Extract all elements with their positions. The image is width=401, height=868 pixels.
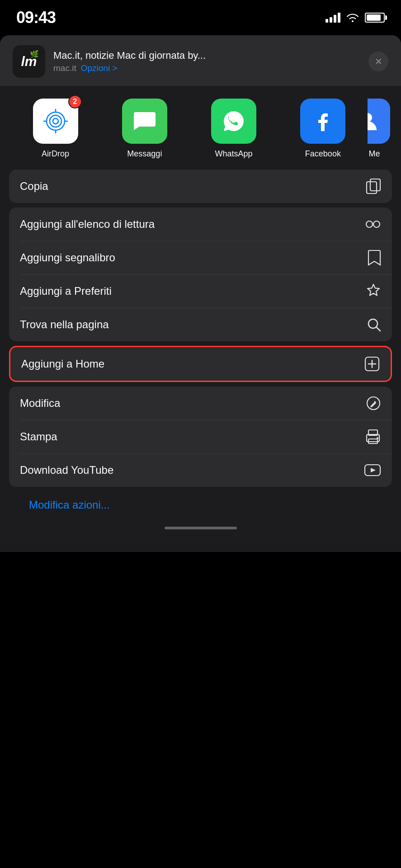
airdrop-badge: 2 xyxy=(68,95,82,108)
app-item-airdrop[interactable]: 2 AirDrop xyxy=(11,99,100,159)
copia-group: Copia xyxy=(9,170,392,203)
modifica-azioni-link[interactable]: Modifica azioni... xyxy=(29,499,110,511)
svg-point-10 xyxy=(366,221,373,227)
status-icons xyxy=(326,13,385,23)
svg-rect-9 xyxy=(370,179,380,191)
bookmark-icon xyxy=(368,250,381,266)
close-icon: ✕ xyxy=(375,57,382,66)
app-item-whatsapp[interactable]: WhatsApp xyxy=(189,99,278,159)
edit-icon xyxy=(366,396,381,411)
download-youtube-item[interactable]: Download YouTube xyxy=(9,453,392,487)
aggiungi-home-item[interactable]: Aggiungi a Home xyxy=(10,347,391,381)
aggiungi-lettura-item[interactable]: Aggiungi all'elenco di lettura xyxy=(9,208,392,241)
home-indicator xyxy=(0,519,401,534)
svg-point-21 xyxy=(377,437,378,439)
youtube-icon xyxy=(364,464,381,476)
stampa-label: Stampa xyxy=(20,430,57,443)
stampa-item[interactable]: Stampa xyxy=(9,420,392,453)
share-header: lm 🌿 Mac.it, notizie Mac di giornata by.… xyxy=(0,35,401,86)
messaggi-label: Messaggi xyxy=(127,149,162,159)
add-home-icon xyxy=(364,356,380,372)
svg-point-12 xyxy=(368,319,377,328)
aggiungi-segnalibro-label: Aggiungi segnalibro xyxy=(20,251,115,264)
share-title: Mac.it, notizie Mac di giornata by... xyxy=(53,50,360,61)
copia-item[interactable]: Copia xyxy=(9,170,392,203)
app-row: 2 AirDrop Messaggi xyxy=(0,86,401,170)
aggiungi-segnalibro-item[interactable]: Aggiungi segnalibro xyxy=(9,241,392,274)
share-sheet: lm 🌿 Mac.it, notizie Mac di giornata by.… xyxy=(0,35,401,552)
trova-pagina-item[interactable]: Trova nella pagina xyxy=(9,308,392,341)
aggiungi-preferiti-label: Aggiungi a Preferiti xyxy=(20,285,112,297)
aggiungi-home-label: Aggiungi a Home xyxy=(21,358,104,370)
me-label: Me xyxy=(368,149,380,159)
wifi-icon xyxy=(346,13,359,23)
options-link[interactable]: Opzioni > xyxy=(81,63,118,73)
status-time: 09:43 xyxy=(16,8,56,27)
svg-marker-23 xyxy=(371,468,376,472)
reading-list-icon xyxy=(365,218,381,231)
whatsapp-label: WhatsApp xyxy=(215,149,253,159)
menu-section: Copia Aggiungi all'elenco di lettura xyxy=(9,170,392,515)
svg-rect-8 xyxy=(367,182,377,193)
svg-point-11 xyxy=(373,221,380,227)
app-item-me[interactable]: Me xyxy=(368,99,390,159)
aggiungi-home-group: Aggiungi a Home xyxy=(9,346,392,382)
modifica-azioni-section: Modifica azioni... xyxy=(18,491,383,515)
trova-pagina-label: Trova nella pagina xyxy=(20,318,109,331)
aggiungi-lettura-label: Aggiungi all'elenco di lettura xyxy=(20,218,155,231)
modifica-item[interactable]: Modifica xyxy=(9,387,392,420)
share-info: Mac.it, notizie Mac di giornata by... ma… xyxy=(53,50,360,73)
share-url: mac.it xyxy=(53,63,76,73)
app-item-facebook[interactable]: Facebook xyxy=(278,99,368,159)
app-icon: lm 🌿 xyxy=(13,45,45,78)
star-icon xyxy=(366,283,381,299)
airdrop-label: AirDrop xyxy=(42,149,69,159)
multi2-group: Modifica Stampa xyxy=(9,387,392,487)
print-icon xyxy=(365,429,381,444)
battery-icon xyxy=(365,13,385,23)
multi-group: Aggiungi all'elenco di lettura Aggiungi … xyxy=(9,208,392,341)
copia-label: Copia xyxy=(20,180,48,193)
modifica-label: Modifica xyxy=(20,397,60,410)
svg-point-7 xyxy=(368,113,372,122)
svg-line-13 xyxy=(377,327,380,331)
signal-icon xyxy=(326,13,340,23)
copy-icon xyxy=(366,178,381,194)
status-bar: 09:43 xyxy=(0,0,401,32)
facebook-label: Facebook xyxy=(305,149,341,159)
svg-point-2 xyxy=(53,118,58,124)
home-bar xyxy=(165,527,237,529)
search-icon xyxy=(367,317,381,332)
download-youtube-label: Download YouTube xyxy=(20,464,113,476)
app-item-messaggi[interactable]: Messaggi xyxy=(100,99,189,159)
aggiungi-preferiti-item[interactable]: Aggiungi a Preferiti xyxy=(9,274,392,308)
svg-point-1 xyxy=(50,115,61,127)
close-button[interactable]: ✕ xyxy=(368,52,388,71)
